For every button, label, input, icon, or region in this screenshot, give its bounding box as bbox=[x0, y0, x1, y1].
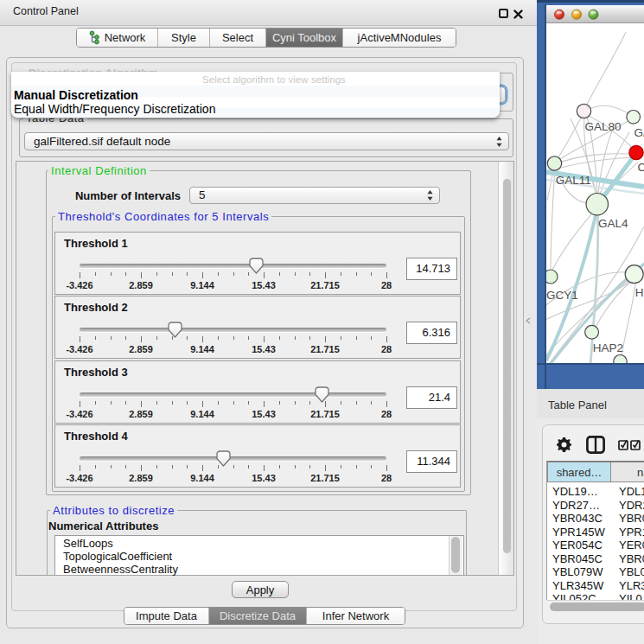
svg-text:GAL4: GAL4 bbox=[598, 217, 628, 230]
svg-text:HAP2: HAP2 bbox=[593, 341, 623, 354]
svg-text:HI: HI bbox=[635, 286, 644, 299]
svg-text:GCY1: GCY1 bbox=[546, 289, 578, 302]
svg-text:GAL11: GAL11 bbox=[556, 174, 591, 187]
svg-text:GAL80: GAL80 bbox=[585, 120, 622, 133]
svg-text:GAL2: GAL2 bbox=[634, 126, 644, 139]
svg-text:CR: CR bbox=[638, 161, 644, 174]
